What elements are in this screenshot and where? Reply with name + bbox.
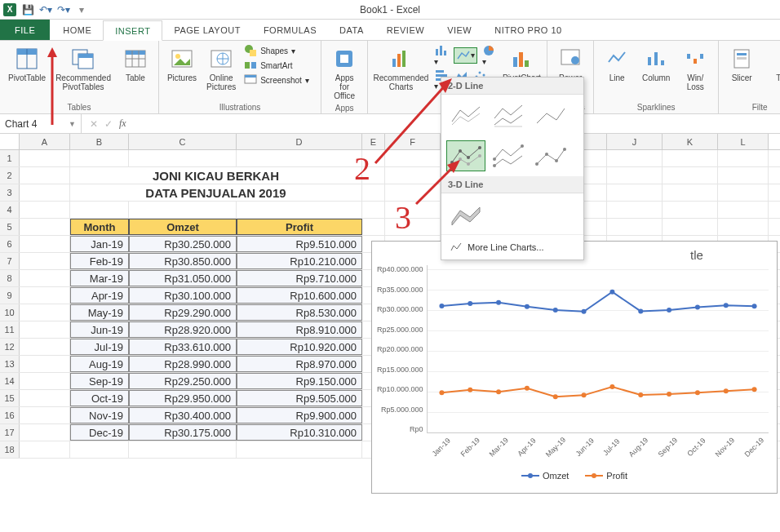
- row-header[interactable]: 3: [0, 184, 20, 201]
- table-cell[interactable]: Feb-19: [70, 253, 129, 269]
- cell[interactable]: [607, 202, 663, 218]
- cell[interactable]: [385, 219, 441, 235]
- cell[interactable]: [718, 202, 769, 218]
- cell[interactable]: [607, 167, 663, 184]
- cell[interactable]: [20, 184, 70, 201]
- table-cell[interactable]: Rp10.210.000: [237, 253, 362, 269]
- col-header[interactable]: F: [385, 134, 441, 149]
- table-cell[interactable]: Rp29.250.000: [129, 373, 237, 389]
- cell[interactable]: [718, 150, 769, 166]
- cell[interactable]: [20, 321, 70, 338]
- table-cell[interactable]: Rp8.970.000: [237, 356, 362, 372]
- cell[interactable]: [20, 441, 70, 458]
- screenshot-button[interactable]: Screenshot ▾: [244, 73, 314, 86]
- table-cell[interactable]: Rp30.175.000: [129, 424, 237, 441]
- table-cell[interactable]: Rp8.910.000: [237, 321, 362, 338]
- cell[interactable]: [663, 219, 718, 235]
- cell[interactable]: [237, 202, 362, 218]
- cell[interactable]: [20, 339, 70, 355]
- tab-review[interactable]: REVIEW: [375, 20, 436, 40]
- col-header[interactable]: K: [663, 134, 718, 149]
- table-cell[interactable]: Jun-19: [70, 321, 129, 338]
- cell[interactable]: [129, 150, 237, 166]
- fx-label-icon[interactable]: fx: [119, 117, 126, 130]
- table-cell[interactable]: Dec-19: [70, 424, 129, 441]
- table-cell[interactable]: Oct-19: [70, 390, 129, 406]
- table-cell[interactable]: Rp9.510.000: [237, 236, 362, 252]
- cell[interactable]: [20, 167, 70, 184]
- shapes-button[interactable]: Shapes ▾: [244, 44, 314, 57]
- col-header[interactable]: B: [70, 134, 129, 149]
- cell[interactable]: [70, 202, 129, 218]
- cell[interactable]: [20, 270, 70, 286]
- row-header[interactable]: 9: [0, 287, 20, 304]
- cell[interactable]: [663, 167, 718, 184]
- table-cell[interactable]: Rp29.290.000: [129, 304, 237, 321]
- cell[interactable]: [20, 253, 70, 269]
- cell[interactable]: [129, 202, 237, 218]
- cell[interactable]: [607, 219, 663, 235]
- cell[interactable]: [718, 184, 769, 201]
- cell[interactable]: [385, 167, 441, 184]
- sparkline-winloss-button[interactable]: Win/ Loss: [679, 44, 711, 93]
- pictures-button[interactable]: Pictures: [166, 44, 198, 84]
- table-header[interactable]: Month: [70, 219, 129, 235]
- table-cell[interactable]: Mar-19: [70, 270, 129, 286]
- row-header[interactable]: 12: [0, 339, 20, 355]
- row-header[interactable]: 13: [0, 356, 20, 372]
- 2d-line-stacked-markers-option[interactable]: [489, 140, 528, 171]
- tab-nitro[interactable]: NITRO PRO 10: [483, 20, 573, 40]
- cell[interactable]: [20, 150, 70, 166]
- cell[interactable]: [20, 356, 70, 372]
- cell[interactable]: [718, 167, 769, 184]
- cell[interactable]: [237, 441, 362, 458]
- cell[interactable]: [20, 202, 70, 218]
- table-header[interactable]: Profit: [237, 219, 362, 235]
- 2d-line-option-2[interactable]: [489, 100, 528, 131]
- recommended-charts-button[interactable]: Recommended Charts: [374, 44, 427, 93]
- row-header[interactable]: 11: [0, 321, 20, 338]
- cell[interactable]: [663, 202, 718, 218]
- tab-insert[interactable]: INSERT: [103, 20, 162, 41]
- cancel-icon[interactable]: ✕: [90, 118, 98, 130]
- col-header[interactable]: L: [718, 134, 769, 149]
- tab-data[interactable]: DATA: [328, 20, 375, 40]
- chart-object[interactable]: tle Rp40.000.000Rp35.000.000Rp30.000.000…: [371, 241, 778, 494]
- timeline-button[interactable]: Ti: [764, 44, 780, 84]
- cell[interactable]: [362, 202, 385, 218]
- title-cell[interactable]: JONI KICAU BERKAH: [70, 167, 362, 184]
- row-header[interactable]: 14: [0, 373, 20, 389]
- 2d-line-100-markers-option[interactable]: [531, 140, 570, 171]
- tab-home[interactable]: HOME: [51, 20, 103, 40]
- row-header[interactable]: 7: [0, 253, 20, 269]
- cell[interactable]: [385, 150, 441, 166]
- online-pictures-button[interactable]: Online Pictures: [205, 44, 237, 93]
- pie-chart-button[interactable]: ▾: [482, 44, 497, 66]
- table-cell[interactable]: Rp33.610.000: [129, 339, 237, 355]
- table-cell[interactable]: Rp30.250.000: [129, 236, 237, 252]
- cell[interactable]: [70, 441, 129, 458]
- table-cell[interactable]: Rp9.900.000: [237, 407, 362, 423]
- tab-view[interactable]: VIEW: [436, 20, 483, 40]
- row-header[interactable]: 10: [0, 304, 20, 321]
- 3d-line-option[interactable]: [446, 198, 485, 229]
- table-cell[interactable]: Jul-19: [70, 339, 129, 355]
- col-header[interactable]: J: [607, 134, 663, 149]
- sparkline-column-button[interactable]: Column: [640, 44, 672, 84]
- tab-file[interactable]: FILE: [0, 20, 50, 40]
- 2d-line-option-1[interactable]: [446, 100, 485, 131]
- recommended-pivottables-button[interactable]: Recommended PivotTables: [54, 44, 113, 93]
- cell[interactable]: [20, 407, 70, 423]
- cell[interactable]: [362, 184, 385, 201]
- tab-page-layout[interactable]: PAGE LAYOUT: [162, 20, 252, 40]
- cell[interactable]: [129, 441, 237, 458]
- row-header[interactable]: 16: [0, 407, 20, 423]
- row-header[interactable]: 17: [0, 424, 20, 441]
- table-cell[interactable]: Rp28.990.000: [129, 356, 237, 372]
- cell[interactable]: [362, 219, 385, 235]
- table-cell[interactable]: Rp29.950.000: [129, 390, 237, 406]
- table-button[interactable]: Table: [119, 44, 152, 84]
- row-header[interactable]: 6: [0, 236, 20, 252]
- select-all-cell[interactable]: [0, 134, 20, 149]
- cell[interactable]: [20, 304, 70, 321]
